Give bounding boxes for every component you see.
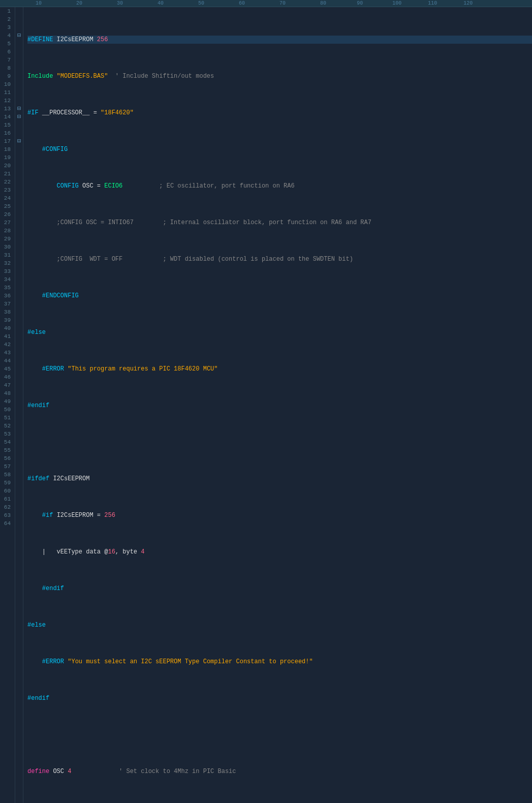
token-endconfig: #ENDCONFIG — [42, 292, 79, 300]
token-cmt-6: ;CONFIG OSC = INTIO67 ; Internal oscilla… — [27, 219, 371, 227]
line-num-3: 3 — [2, 23, 11, 32]
line-num-44: 44 — [2, 357, 11, 365]
line-num-33: 33 — [2, 267, 11, 275]
token-endif-16: #endif — [42, 584, 64, 593]
token-name-13: I2CsEEPROM — [53, 475, 89, 483]
ruler-mark: 120 — [463, 1, 473, 6]
line-num-20: 20 — [2, 162, 11, 170]
token-byte-15: , byte — [115, 548, 141, 556]
code-line-1: #DEFINE I2CsEEPROM 256 — [27, 36, 532, 44]
fold-space-6 — [15, 48, 23, 56]
token-ifdef-13: #ifdef — [27, 475, 53, 483]
ruler-mark: 50 — [198, 1, 204, 6]
line-num-58: 58 — [2, 471, 11, 479]
line-num-31: 31 — [2, 251, 11, 259]
token-cond-14: I2CsEEPROM = — [57, 511, 105, 519]
token-proc-3: __PROCESSOR__ = — [42, 109, 101, 117]
ruler-mark: 20 — [76, 1, 82, 6]
line-num-35: 35 — [2, 284, 11, 292]
token-comment-2: ' Include Shiftin/out modes — [108, 72, 214, 80]
fold-btn-13[interactable]: ⊟ — [15, 105, 23, 113]
line-num-50: 50 — [2, 406, 11, 414]
token-str-10: "This program requires a PIC 18F4620 MCU… — [68, 365, 217, 373]
line-num-56: 56 — [2, 454, 11, 462]
code-line-7: ;CONFIG WDT = OFF ; WDT disabled (contro… — [27, 255, 532, 263]
fold-indicators: ⊟ ⊟ ⊟ ⊟ — [15, 7, 23, 803]
token-num-15b: 4 — [141, 548, 144, 556]
token-num-14: 256 — [104, 511, 115, 519]
ruler-mark: 10 — [36, 1, 42, 6]
line-num-2: 2 — [2, 15, 11, 23]
line-num-64: 64 — [2, 519, 11, 528]
code-line-20 — [27, 731, 532, 739]
code-content[interactable]: #DEFINE I2CsEEPROM 256 Include "MODEDEFS… — [23, 7, 532, 803]
code-line-21: define OSC 4 ' Set clock to 4Mhz in PIC … — [27, 767, 532, 776]
token-indent-5 — [27, 182, 57, 190]
line-num-14: 14 — [2, 113, 11, 121]
ruler-mark: 100 — [392, 1, 401, 6]
code-line-16: #endif — [27, 584, 532, 593]
token-endif-19: #endif — [27, 694, 49, 702]
token-error-18: #ERROR — [42, 658, 68, 666]
token-str-2: "MODEDEFS.BAS" — [57, 72, 108, 80]
token-conf-5: CONFIG — [57, 182, 82, 190]
line-num-6: 6 — [2, 48, 11, 56]
token-val-5: ECIO6 — [104, 182, 122, 190]
token-indent-15: | — [27, 548, 57, 556]
token-else-9: #else — [27, 328, 46, 336]
line-num-28: 28 — [2, 227, 11, 235]
line-num-27: 27 — [2, 219, 11, 227]
token-str-18: "You must select an I2C sEEPROM Type Com… — [68, 658, 312, 666]
token-num-1: 256 — [97, 36, 108, 44]
fold-btn-14[interactable]: ⊟ — [15, 113, 23, 121]
fold-space-1 — [15, 7, 23, 15]
fold-space-3 — [15, 23, 23, 32]
fold-btn-17[interactable]: ⊟ — [15, 137, 23, 145]
line-numbers: 1 2 3 4 5 6 7 8 9 10 11 12 13 14 15 16 1… — [0, 7, 15, 803]
token-1: I2CsEEPROM — [57, 36, 97, 44]
line-num-39: 39 — [2, 316, 11, 324]
token-error-10: #ERROR — [42, 365, 68, 373]
fold-space-9 — [15, 72, 23, 80]
line-num-7: 7 — [2, 56, 11, 64]
line-num-46: 46 — [2, 373, 11, 381]
line-num-15: 15 — [2, 121, 11, 129]
line-num-34: 34 — [2, 275, 11, 284]
line-num-41: 41 — [2, 332, 11, 341]
line-num-48: 48 — [2, 389, 11, 397]
line-num-37: 37 — [2, 300, 11, 308]
line-num-1: 1 — [2, 7, 11, 15]
ruler-mark: 70 — [279, 1, 286, 6]
fold-space-8 — [15, 64, 23, 72]
fold-btn-4[interactable]: ⊟ — [15, 32, 23, 40]
line-num-51: 51 — [2, 414, 11, 422]
ruler-mark: 80 — [320, 1, 326, 6]
token-indent-18 — [27, 658, 42, 666]
line-num-25: 25 — [2, 202, 11, 210]
token-cmt-5: ; EC oscillator, port function on RA6 — [122, 182, 294, 190]
fold-space-12 — [15, 97, 23, 105]
fold-space-7 — [15, 56, 23, 64]
token-indent-14 — [27, 511, 42, 519]
line-num-60: 60 — [2, 487, 11, 495]
line-num-18: 18 — [2, 145, 11, 153]
code-line-3: #IF __PROCESSOR__ = "18F4620" — [27, 109, 532, 117]
fold-space-11 — [15, 88, 23, 97]
token-num-21: 4 — [68, 767, 71, 776]
line-num-45: 45 — [2, 365, 11, 373]
token-if-14: #if — [42, 511, 57, 519]
line-num-61: 61 — [2, 495, 11, 503]
token-indent-10 — [27, 365, 42, 373]
code-line-17: #else — [27, 621, 532, 629]
token-config-4: #CONFIG — [42, 145, 68, 153]
code-line-8: #ENDCONFIG — [27, 292, 532, 300]
token-cmt-21: ' Set clock to 4Mhz in PIC Basic — [71, 767, 236, 776]
line-num-13: 13 — [2, 105, 11, 113]
fold-space-10 — [15, 80, 23, 88]
line-num-21: 21 — [2, 170, 11, 178]
fold-space-16 — [15, 129, 23, 137]
code-line-15: | vEEType data @16, byte 4 — [27, 548, 532, 556]
line-num-55: 55 — [2, 446, 11, 454]
line-num-24: 24 — [2, 194, 11, 202]
line-num-59: 59 — [2, 479, 11, 487]
